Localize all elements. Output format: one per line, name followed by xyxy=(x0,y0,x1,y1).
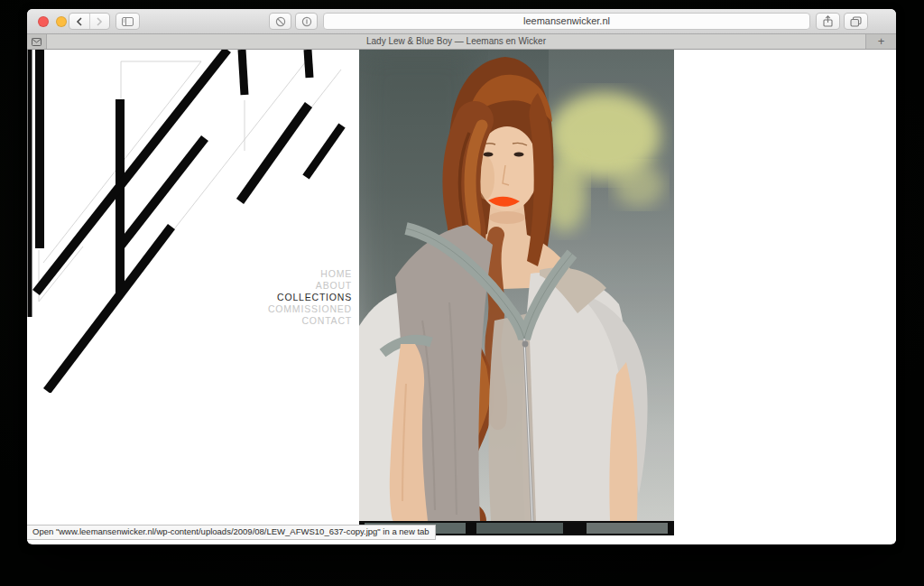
strip-block xyxy=(587,523,668,534)
nav-item-contact[interactable]: CONTACT xyxy=(27,315,352,327)
block-icon xyxy=(275,16,286,27)
safari-window: leemansenwicker.nl xyxy=(27,9,896,544)
tab-bar: Lady Lew & Blue Boy — Leemans en Wicker … xyxy=(27,34,896,50)
share-icon xyxy=(823,15,833,27)
address-bar[interactable]: leemansenwicker.nl xyxy=(323,13,810,30)
collection-photo[interactable] xyxy=(359,50,674,521)
nav-item-home[interactable]: HOME xyxy=(27,268,352,280)
pinned-tab[interactable] xyxy=(27,34,47,49)
browser-toolbar: leemansenwicker.nl xyxy=(27,9,896,34)
new-tab-button[interactable]: + xyxy=(865,34,896,49)
site-navigation: HOME ABOUT COLLECTIONS COMMISSIONED CONT… xyxy=(27,268,352,327)
history-nav-group xyxy=(69,13,110,30)
envelope-icon xyxy=(32,38,42,46)
forward-button[interactable] xyxy=(89,14,109,29)
tab-overview-button[interactable] xyxy=(844,13,868,30)
close-window-button[interactable] xyxy=(38,16,49,27)
minimize-window-button[interactable] xyxy=(56,16,67,27)
zipper-pull xyxy=(522,341,529,348)
active-tab[interactable]: Lady Lew & Blue Boy — Leemans en Wicker xyxy=(47,34,865,49)
nav-item-about[interactable]: ABOUT xyxy=(27,280,352,292)
circle-one-icon xyxy=(301,16,312,27)
nav-item-commissioned[interactable]: COMMISSIONED xyxy=(27,303,352,315)
back-icon xyxy=(76,17,83,26)
tab-overview-icon xyxy=(850,16,862,27)
nav-item-collections[interactable]: COLLECTIONS xyxy=(27,292,352,303)
forward-icon xyxy=(96,17,103,26)
strip-block xyxy=(476,523,563,534)
content-blocker-extension-button[interactable] xyxy=(269,13,291,30)
status-bar: Open "www.leemansenwicker.nl/wp-content/… xyxy=(27,525,436,540)
sidebar-icon xyxy=(122,17,134,26)
screenshot-stage: leemansenwicker.nl xyxy=(0,0,924,586)
runway-model-illustration xyxy=(359,50,674,521)
sidebar-toggle-button[interactable] xyxy=(116,13,140,30)
web-page: HOME ABOUT COLLECTIONS COMMISSIONED CONT… xyxy=(27,50,896,544)
back-button[interactable] xyxy=(69,14,89,29)
extension-button[interactable] xyxy=(295,13,318,30)
leemans-en-wicker-logo[interactable] xyxy=(27,50,361,393)
share-button[interactable] xyxy=(816,13,840,30)
